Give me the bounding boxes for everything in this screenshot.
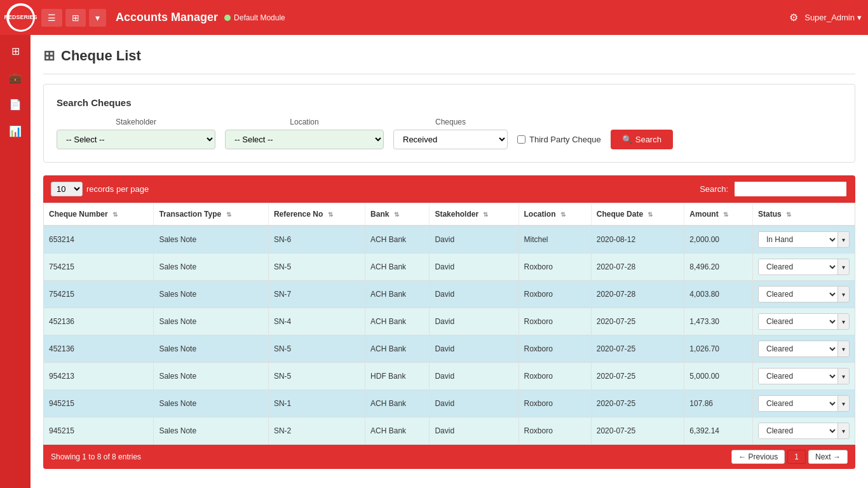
cheques-field-group: Cheques Received Issued xyxy=(393,118,508,149)
table-cell: Sales Note xyxy=(154,390,269,417)
status-cell: Cleared▾ xyxy=(753,281,855,308)
table-cell: 653214 xyxy=(44,226,154,254)
table-cell: 5,000.00 xyxy=(684,363,753,390)
grid-button[interactable]: ⊞ xyxy=(65,9,86,27)
status-cell: In Hand▾ xyxy=(753,226,855,254)
location-select[interactable]: -- Select -- xyxy=(225,130,384,149)
table-cell: Sales Note xyxy=(154,281,269,308)
status-dropdown-arrow[interactable]: ▾ xyxy=(837,341,849,356)
next-page-button[interactable]: Next → xyxy=(808,450,848,464)
status-dropdown-arrow[interactable]: ▾ xyxy=(837,259,849,274)
table-cell: ACH Bank xyxy=(365,226,430,254)
status-select[interactable]: In Hand xyxy=(759,232,837,247)
sort-icon-transaction-type: ⇅ xyxy=(226,211,231,218)
records-per-page-control: 10 25 50 records per page xyxy=(51,182,149,196)
sort-icon-cheque-date: ⇅ xyxy=(648,211,653,218)
table-cell: Sales Note xyxy=(154,308,269,336)
sidebar-item-briefcase[interactable]: 💼 xyxy=(3,65,28,90)
table-cell: David xyxy=(430,336,519,363)
status-dropdown-arrow[interactable]: ▾ xyxy=(837,369,849,384)
status-dropdown-arrow[interactable]: ▾ xyxy=(837,287,849,302)
sort-icon-location: ⇅ xyxy=(560,211,566,218)
table-cell: David xyxy=(430,417,519,445)
col-bank[interactable]: Bank ⇅ xyxy=(365,203,430,226)
third-party-label[interactable]: Third Party Cheque xyxy=(529,135,601,144)
status-dropdown: Cleared▾ xyxy=(758,395,850,412)
status-select[interactable]: Cleared xyxy=(759,341,837,356)
gear-icon[interactable]: ⚙ xyxy=(789,11,798,24)
navbar-controls: ☰ ⊞ ▾ xyxy=(41,9,106,27)
status-dropdown-arrow[interactable]: ▾ xyxy=(837,232,849,247)
table-cell: ACH Bank xyxy=(365,281,430,308)
table-cell: 945215 xyxy=(44,390,154,417)
status-cell: Cleared▾ xyxy=(753,336,855,363)
table-row: 754215Sales NoteSN-7ACH BankDavidRoxboro… xyxy=(44,281,855,308)
status-select[interactable]: Cleared xyxy=(759,259,837,274)
col-location[interactable]: Location ⇅ xyxy=(519,203,591,226)
table-search: Search: xyxy=(700,180,848,198)
table-cell: David xyxy=(430,363,519,390)
cheques-label: Cheques xyxy=(393,118,508,126)
table-cell: 452136 xyxy=(44,336,154,363)
col-transaction-type[interactable]: Transaction Type ⇅ xyxy=(154,203,269,226)
col-cheque-date[interactable]: Cheque Date ⇅ xyxy=(591,203,684,226)
table-cell: Sales Note xyxy=(154,336,269,363)
sort-icon-bank: ⇅ xyxy=(394,211,399,218)
hamburger-button[interactable]: ☰ xyxy=(41,9,62,27)
table-row: 452136Sales NoteSN-5ACH BankDavidRoxboro… xyxy=(44,336,855,363)
col-reference-no[interactable]: Reference No ⇅ xyxy=(268,203,365,226)
col-cheque-number[interactable]: Cheque Number ⇅ xyxy=(44,203,154,226)
status-cell: Cleared▾ xyxy=(753,363,855,390)
status-dropdown: Cleared▾ xyxy=(758,423,850,439)
table-cell: 1,026.70 xyxy=(684,336,753,363)
sidebar-item-document[interactable]: 📄 xyxy=(3,92,28,117)
chart-icon: 📊 xyxy=(9,125,22,137)
status-select[interactable]: Cleared xyxy=(759,423,837,438)
prev-page-button[interactable]: ← Previous xyxy=(731,450,785,464)
table-cell: David xyxy=(430,281,519,308)
table-cell: Sales Note xyxy=(154,254,269,281)
cheques-select[interactable]: Received Issued xyxy=(393,130,508,149)
col-amount[interactable]: Amount ⇅ xyxy=(684,203,753,226)
table-cell: David xyxy=(430,254,519,281)
sidebar-item-dashboard[interactable]: ⊞ xyxy=(3,38,28,64)
status-dropdown: Cleared▾ xyxy=(758,313,850,330)
table-section: 10 25 50 records per page Search: Cheque… xyxy=(43,175,855,469)
status-select[interactable]: Cleared xyxy=(759,287,837,302)
col-status[interactable]: Status ⇅ xyxy=(753,203,855,226)
status-dropdown: In Hand▾ xyxy=(758,231,850,248)
navbar-title: Accounts Manager Default Module xyxy=(116,11,789,24)
stakeholder-field-group: Stakeholder -- Select -- xyxy=(57,118,215,149)
sidebar-item-chart[interactable]: 📊 xyxy=(3,118,28,144)
col-stakeholder[interactable]: Stakeholder ⇅ xyxy=(430,203,519,226)
table-cell: Roxboro xyxy=(519,308,591,336)
page-title: ⊞ Cheque List xyxy=(43,48,855,74)
status-select[interactable]: Cleared xyxy=(759,314,837,329)
user-menu-button[interactable]: Super_Admin ▾ xyxy=(804,13,862,22)
table-cell: SN-2 xyxy=(268,417,365,445)
table-cell: 2020-07-28 xyxy=(591,281,684,308)
stakeholder-select[interactable]: -- Select -- xyxy=(57,130,215,149)
records-per-page-select[interactable]: 10 25 50 xyxy=(51,182,83,196)
table-cell: Roxboro xyxy=(519,363,591,390)
table-cell: 2020-07-25 xyxy=(591,308,684,336)
status-select[interactable]: Cleared xyxy=(759,396,837,411)
status-dropdown-arrow[interactable]: ▾ xyxy=(837,396,849,411)
chevron-button[interactable]: ▾ xyxy=(89,9,106,27)
table-row: 954213Sales NoteSN-5HDF BankDavidRoxboro… xyxy=(44,363,855,390)
table-cell: ACH Bank xyxy=(365,390,430,417)
table-cell: HDF Bank xyxy=(365,363,430,390)
table-cell: Mitchel xyxy=(519,226,591,254)
status-dropdown: Cleared▾ xyxy=(758,341,850,357)
status-dropdown-arrow[interactable]: ▾ xyxy=(837,423,849,438)
status-select[interactable]: Cleared xyxy=(759,369,837,384)
search-section: Search Cheques Stakeholder -- Select -- … xyxy=(43,84,855,163)
table-search-input[interactable] xyxy=(733,180,848,198)
default-module-badge: Default Module xyxy=(224,13,285,22)
table-cell: ACH Bank xyxy=(365,417,430,445)
table-row: 945215Sales NoteSN-2ACH BankDavidRoxboro… xyxy=(44,417,855,445)
search-fields: Stakeholder -- Select -- Location -- Sel… xyxy=(57,118,842,149)
third-party-checkbox[interactable] xyxy=(517,135,526,144)
status-dropdown-arrow[interactable]: ▾ xyxy=(837,314,849,329)
search-button[interactable]: 🔍 Search xyxy=(611,130,673,149)
